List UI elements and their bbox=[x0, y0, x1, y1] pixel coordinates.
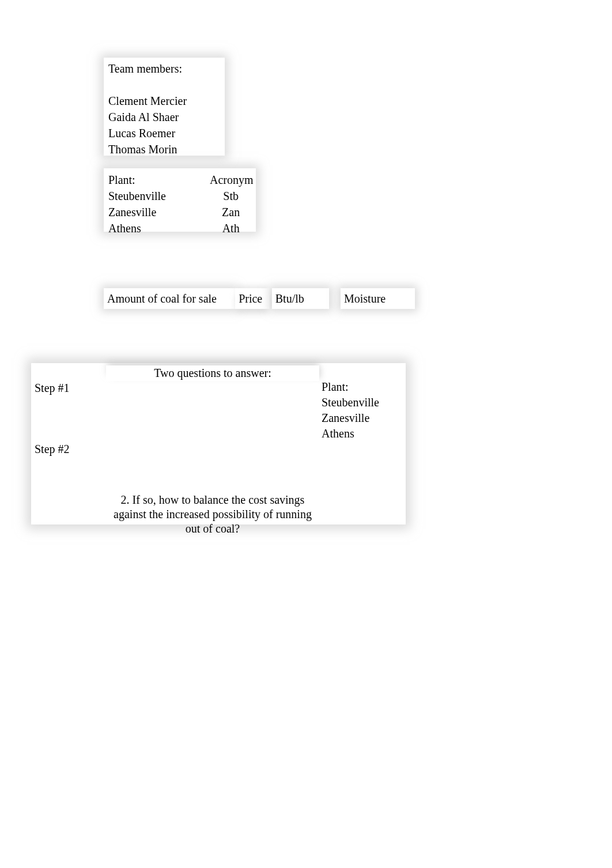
plant-name-cell: Zanesville bbox=[108, 204, 211, 220]
plant-table-row: Steubenville Stb bbox=[108, 188, 250, 204]
plant-list-item: Steubenville bbox=[322, 395, 402, 410]
plant-list-item: Athens bbox=[322, 426, 402, 441]
question-2-text: 2. If so, how to balance the cost saving… bbox=[106, 493, 319, 536]
plant-table-row: Zanesville Zan bbox=[108, 204, 250, 220]
questions-title: Two questions to answer: bbox=[106, 365, 319, 381]
coal-attributes-header: Amount of coal for sale Price Btu/lb Moi… bbox=[104, 288, 415, 309]
plant-acronym-cell: Stb bbox=[211, 188, 250, 204]
acronym-header-label: Acronym bbox=[210, 172, 250, 188]
team-member: Gaida Al Shaer bbox=[108, 109, 220, 125]
plant-list-heading: Plant: bbox=[322, 379, 402, 395]
coal-header-btu: Btu/lb bbox=[272, 288, 329, 309]
team-members-heading: Team members: bbox=[108, 62, 220, 76]
coal-header-moisture: Moisture bbox=[341, 288, 415, 309]
coal-header-price: Price bbox=[235, 288, 270, 309]
team-member: Thomas Morin bbox=[108, 141, 220, 157]
team-member: Lucas Roemer bbox=[108, 125, 220, 141]
plant-name-cell: Athens bbox=[108, 220, 211, 236]
steps-questions-block: Two questions to answer: Step #1 Plant: … bbox=[31, 363, 406, 524]
plant-table-header: Plant: Acronym bbox=[108, 172, 250, 188]
plant-table-row: Athens Ath bbox=[108, 220, 250, 236]
plant-list: Plant: Steubenville Zanesville Athens bbox=[322, 379, 402, 441]
step-1-label: Step #1 bbox=[35, 382, 70, 395]
step-2-label: Step #2 bbox=[35, 443, 70, 456]
plant-header-label: Plant: bbox=[108, 172, 210, 188]
coal-header-amount: Amount of coal for sale bbox=[104, 288, 235, 309]
plant-acronym-cell: Ath bbox=[211, 220, 250, 236]
plant-acronym-box: Plant: Acronym Steubenville Stb Zanesvil… bbox=[104, 168, 256, 232]
team-members-box: Team members: Clement Mercier Gaida Al S… bbox=[104, 58, 225, 156]
plant-list-item: Zanesville bbox=[322, 410, 402, 426]
plant-acronym-cell: Zan bbox=[211, 204, 250, 220]
plant-name-cell: Steubenville bbox=[108, 188, 211, 204]
team-member: Clement Mercier bbox=[108, 93, 220, 109]
